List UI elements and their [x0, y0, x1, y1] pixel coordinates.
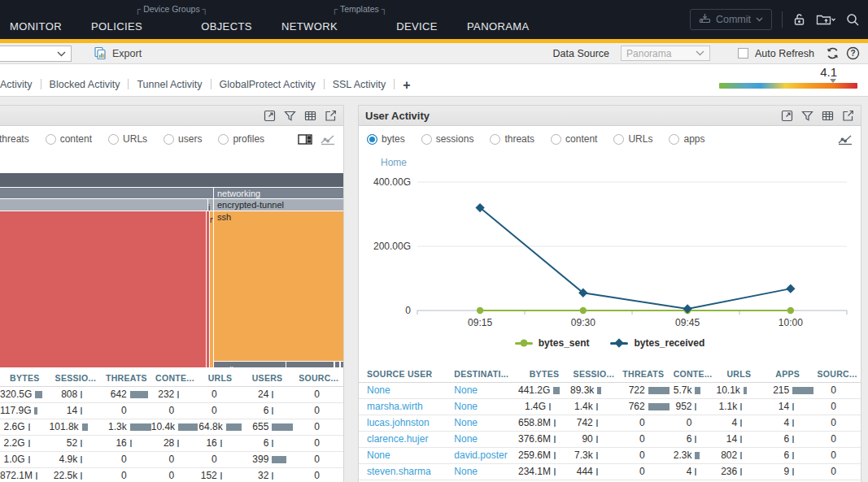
- line-chart-view-icon[interactable]: [321, 133, 335, 145]
- search-icon[interactable]: [846, 13, 860, 27]
- source-user-link[interactable]: None: [367, 449, 390, 461]
- column-header[interactable]: URLS: [198, 370, 241, 386]
- treemap-view-icon[interactable]: [298, 133, 312, 145]
- add-tab-button[interactable]: +: [403, 80, 410, 90]
- tab-globalprotect-activity[interactable]: GlobalProtect Activity: [220, 79, 316, 90]
- source-user-link[interactable]: clarence.hujer: [367, 433, 428, 445]
- metric-bar: [554, 436, 570, 443]
- radio-apps[interactable]: apps: [669, 133, 704, 145]
- export-widget-icon[interactable]: [842, 110, 854, 122]
- legend-item-bytes_sent[interactable]: bytes_sent: [515, 337, 590, 349]
- radio-content[interactable]: content: [46, 133, 92, 145]
- nav-item-policies[interactable]: POLICIES: [91, 20, 142, 33]
- tab-blocked-activity[interactable]: Blocked Activity: [50, 79, 120, 90]
- treemap-block-large-red[interactable]: [0, 211, 206, 367]
- table-header-row: BYTES SESSIO... THREATS CONTE... URLS US…: [0, 370, 344, 386]
- nav-item-panorama[interactable]: PANORAMA: [467, 20, 530, 33]
- table-view-icon[interactable]: [822, 110, 834, 122]
- metric-cell: 64.8k: [198, 419, 241, 435]
- treemap-block-networking[interactable]: networking: [214, 188, 344, 198]
- destination-user-link[interactable]: None: [454, 384, 478, 396]
- treemap-block-small[interactable]: [335, 362, 339, 367]
- metric-bar: [740, 403, 761, 410]
- radio-profiles[interactable]: profiles: [218, 133, 264, 145]
- treemap-block-media[interactable]: media: [214, 362, 286, 367]
- column-header[interactable]: THREATS: [102, 370, 151, 386]
- unlock-icon[interactable]: [792, 13, 806, 27]
- column-header[interactable]: CONTE...: [670, 366, 717, 382]
- tab-ssl-activity[interactable]: SSL Activity: [333, 79, 386, 90]
- tab-tunnel-activity[interactable]: Tunnel Activity: [137, 79, 202, 90]
- column-header[interactable]: DESTINATI...: [446, 366, 518, 382]
- table-view-icon[interactable]: [304, 110, 316, 122]
- treemap-category-band[interactable]: [0, 188, 213, 198]
- line-chart-view-icon[interactable]: [838, 133, 853, 145]
- metric-bar: [740, 452, 761, 459]
- column-header[interactable]: SOURC...: [293, 370, 344, 386]
- destination-user-link[interactable]: None: [454, 466, 478, 477]
- radio-urls[interactable]: URLs: [613, 133, 652, 145]
- nav-item-monitor[interactable]: MONITOR: [10, 20, 62, 33]
- column-header[interactable]: SESSIO...: [570, 366, 617, 382]
- metric-bar: [272, 456, 293, 463]
- maximize-icon[interactable]: [781, 110, 793, 122]
- column-header[interactable]: BYTES: [0, 370, 50, 386]
- treemap-subcategory-band[interactable]: [0, 199, 207, 211]
- source-user-link[interactable]: steven.sharma: [367, 466, 431, 477]
- tab-activity[interactable]: Activity: [0, 79, 33, 90]
- destination-user-link[interactable]: None: [454, 401, 478, 412]
- view-selector-dropdown[interactable]: [0, 46, 72, 62]
- nav-item-network[interactable]: NETWORK: [281, 20, 338, 33]
- nav-item-objects[interactable]: OBJECTS: [201, 20, 252, 33]
- auto-refresh-checkbox[interactable]: [738, 48, 748, 59]
- column-header[interactable]: SOURCE USER: [359, 366, 446, 382]
- metric-cell: 6: [670, 431, 717, 447]
- radio-threats[interactable]: threats: [490, 133, 534, 145]
- treemap-block-thin-red[interactable]: [207, 211, 209, 367]
- destination-user-link[interactable]: None: [454, 433, 478, 445]
- radio-bytes[interactable]: bytes: [367, 133, 405, 145]
- treemap-block-encrypted-tunnel[interactable]: encrypted-tunnel: [214, 199, 344, 211]
- column-header[interactable]: URLS: [716, 366, 761, 382]
- commit-button[interactable]: Commit: [690, 9, 772, 30]
- radio-content[interactable]: content: [551, 133, 597, 145]
- column-header[interactable]: CONTE...: [151, 370, 199, 386]
- metric-bar: [272, 440, 293, 447]
- refresh-icon[interactable]: [826, 46, 840, 60]
- source-user-link[interactable]: lucas.johnston: [367, 417, 430, 428]
- column-header[interactable]: SOURC...: [813, 366, 861, 382]
- column-header[interactable]: BYTES: [518, 366, 570, 382]
- source-user-link[interactable]: marsha.wirth: [367, 401, 423, 412]
- column-header[interactable]: THREATS: [617, 366, 670, 382]
- radio-sessions[interactable]: sessions: [421, 133, 474, 145]
- filter-icon[interactable]: [284, 110, 296, 122]
- destination-user-link[interactable]: david.poster: [454, 449, 507, 461]
- treemap-category-band[interactable]: [0, 173, 344, 187]
- treemap-block-thin-orange[interactable]: rv: [210, 211, 213, 367]
- source-user-link[interactable]: None: [367, 384, 390, 396]
- save-candidate-config-icon[interactable]: [816, 13, 836, 26]
- destination-user-link[interactable]: None: [454, 417, 478, 428]
- treemap-block-ssh[interactable]: ssh: [214, 211, 344, 361]
- tab-separator: [211, 79, 212, 89]
- legend-item-bytes_received[interactable]: bytes_received: [610, 337, 704, 349]
- column-header[interactable]: SESSIO...: [50, 370, 103, 386]
- export-button[interactable]: Export: [94, 46, 142, 60]
- treemap-block-small[interactable]: [341, 362, 344, 367]
- column-header[interactable]: USERS: [242, 370, 294, 386]
- chart-breadcrumb-home[interactable]: Home: [381, 157, 861, 170]
- maximize-icon[interactable]: [264, 110, 276, 122]
- radio-urls[interactable]: URLs: [108, 133, 147, 145]
- help-icon[interactable]: ?: [846, 46, 860, 60]
- metric-cell: 215: [761, 382, 813, 398]
- data-source-dropdown[interactable]: Panorama: [621, 46, 710, 61]
- nav-item-device[interactable]: DEVICE: [396, 20, 438, 33]
- filter-icon[interactable]: [801, 110, 813, 122]
- column-header[interactable]: APPS: [761, 366, 813, 382]
- treemap-block-small[interactable]: [286, 362, 334, 367]
- right-panel-header: User Activity: [359, 106, 861, 126]
- radio-threats[interactable]: threats: [0, 133, 29, 145]
- treemap-block-fragment[interactable]: i: [208, 199, 213, 211]
- radio-users[interactable]: users: [164, 133, 202, 145]
- export-widget-icon[interactable]: [325, 110, 337, 122]
